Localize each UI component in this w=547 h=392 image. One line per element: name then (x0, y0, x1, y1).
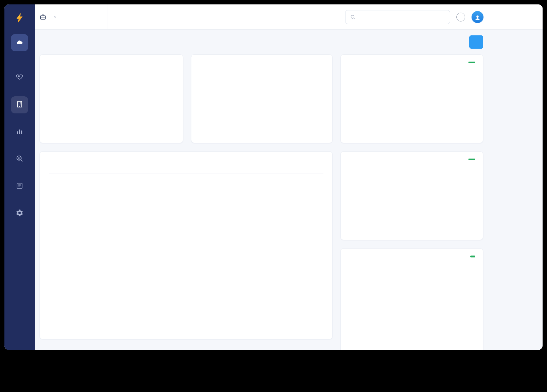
avatar[interactable] (472, 11, 484, 23)
sidebar-item-settings[interactable] (11, 205, 28, 222)
sidebar-item-cloud[interactable] (11, 34, 28, 51)
app-logo[interactable] (14, 12, 26, 25)
questionnaires-card (340, 151, 483, 240)
avg-rating-badge (468, 62, 475, 63)
building-icon (15, 100, 24, 110)
suppliers-in-review-card (39, 151, 333, 339)
risk-rating-breakdown-card (39, 54, 183, 143)
sidebar-item-analytics[interactable] (11, 124, 28, 141)
donut-center (92, 73, 131, 112)
risk-donut (84, 65, 139, 120)
sidebar-item-risk-insights[interactable] (11, 151, 28, 168)
avg-rating-badge (468, 159, 475, 160)
table-header (49, 165, 323, 173)
gear-icon (15, 209, 24, 218)
shield-search-icon (15, 154, 24, 164)
user-icon (474, 14, 481, 21)
help-button[interactable] (456, 13, 465, 21)
avg-rating (466, 62, 475, 63)
search-icon (350, 14, 356, 20)
current-badge (470, 256, 475, 257)
handshake-icon (15, 73, 24, 82)
app-window (4, 4, 543, 350)
topbar (35, 4, 543, 30)
add-supplier-button[interactable] (469, 35, 483, 49)
questionnaires-rating-bar (355, 178, 405, 180)
cyber-rating-bar (355, 85, 405, 87)
main-area (35, 4, 543, 350)
search-input[interactable] (358, 15, 445, 20)
sidebar-item-partners[interactable] (11, 69, 28, 86)
cloud-icon (15, 38, 24, 47)
sidebar-item-suppliers[interactable] (11, 96, 28, 113)
portfolio-selector[interactable] (35, 4, 107, 29)
evaluation-type-card (340, 248, 483, 350)
briefcase-icon (39, 14, 46, 21)
search-box[interactable] (345, 10, 450, 24)
clipboard-icon (15, 182, 24, 191)
chevron-down-icon (53, 15, 57, 19)
bar-chart-icon (15, 127, 24, 137)
cyber-posture-card (340, 54, 483, 143)
sidebar (4, 4, 35, 350)
avg-rating (466, 159, 475, 160)
sidebar-divider (14, 60, 26, 60)
logo-icon (14, 12, 26, 24)
page-content (35, 30, 543, 350)
sidebar-item-assessments[interactable] (11, 178, 28, 195)
risk-by-business-impact-card (191, 54, 333, 143)
current-evaluation (467, 256, 475, 257)
